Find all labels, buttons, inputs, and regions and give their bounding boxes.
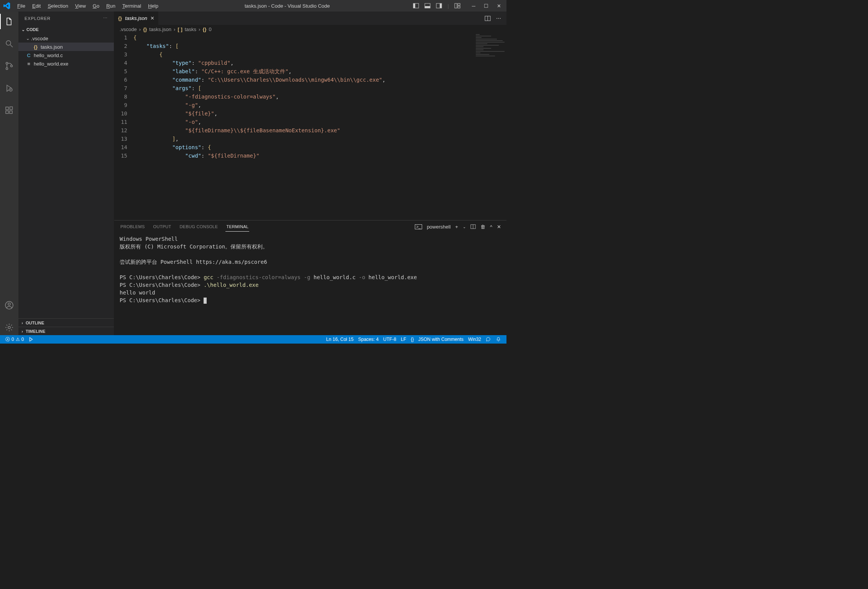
svg-point-12 xyxy=(6,68,8,70)
svg-point-21 xyxy=(8,326,10,329)
svg-rect-7 xyxy=(458,3,460,5)
tab-output[interactable]: OUTPUT xyxy=(153,222,172,231)
status-os[interactable]: Win32 xyxy=(466,337,483,342)
panel-left-icon[interactable] xyxy=(413,3,419,9)
terminal-shell-icon[interactable]: >_ xyxy=(415,224,422,229)
status-lang[interactable]: {} JSON with Comments xyxy=(409,337,466,342)
timeline-section[interactable]: ›TIMELINE xyxy=(18,327,114,335)
c-file-icon: C xyxy=(25,53,32,58)
chevron-down-icon: ⌄ xyxy=(25,36,30,41)
outline-label: OUTLINE xyxy=(26,321,44,325)
svg-rect-17 xyxy=(10,111,12,114)
json-file-icon: {} xyxy=(118,15,122,21)
more-icon[interactable]: ⋯ xyxy=(103,16,108,21)
explorer-sidebar: EXPLORER ⋯ ⌄ CODE ⌄ .vscode {} tasks.jso… xyxy=(18,12,114,335)
status-encoding[interactable]: UTF-8 xyxy=(381,337,399,342)
split-editor-icon[interactable] xyxy=(485,15,491,21)
menu-file[interactable]: File xyxy=(14,2,28,10)
menu-run[interactable]: Run xyxy=(103,2,118,10)
more-icon[interactable]: ⋯ xyxy=(496,15,501,21)
menu-terminal[interactable]: Terminal xyxy=(119,2,144,10)
file-hello-exe[interactable]: ≡ hello_world.exe xyxy=(18,59,114,68)
status-bell-icon[interactable] xyxy=(493,337,503,342)
svg-rect-8 xyxy=(458,6,460,8)
status-lncol[interactable]: Ln 16, Col 15 xyxy=(324,337,356,342)
split-terminal-icon[interactable] xyxy=(470,224,476,229)
binary-file-icon: ≡ xyxy=(25,61,32,67)
folder-root[interactable]: ⌄ CODE xyxy=(18,25,114,34)
activity-bar xyxy=(0,12,18,335)
close-panel-icon[interactable]: ✕ xyxy=(497,224,501,230)
svg-line-10 xyxy=(10,45,13,47)
status-bar: ⓧ0 ⚠0 Ln 16, Col 15 Spaces: 4 UTF-8 LF {… xyxy=(0,335,506,344)
menu-edit[interactable]: Edit xyxy=(29,2,44,10)
search-icon[interactable] xyxy=(0,36,18,51)
status-spaces[interactable]: Spaces: 4 xyxy=(356,337,381,342)
tab-label: tasks.json xyxy=(125,15,147,21)
terminal-dropdown-icon[interactable]: ⌄ xyxy=(463,225,466,229)
status-errors[interactable]: ⓧ0 ⚠0 xyxy=(3,336,26,343)
file-label: hello_world.c xyxy=(34,53,63,58)
menu-selection[interactable]: Selection xyxy=(44,2,71,10)
customize-layout-icon[interactable] xyxy=(454,3,460,9)
terminal-name[interactable]: powershell xyxy=(427,224,450,230)
chevron-right-icon: › xyxy=(20,329,25,334)
breadcrumb[interactable]: .vscode› {}tasks.json› [ ]tasks› {}0 xyxy=(114,25,506,33)
layout-controls[interactable]: | xyxy=(413,3,465,9)
json-file-icon: {} xyxy=(143,26,147,32)
folder-vscode[interactable]: ⌄ .vscode xyxy=(18,34,114,43)
close-icon[interactable]: ✕ xyxy=(497,3,501,9)
panel-right-icon[interactable] xyxy=(436,3,442,9)
svg-point-13 xyxy=(11,65,13,67)
new-terminal-icon[interactable]: + xyxy=(455,224,458,230)
status-feedback-icon[interactable] xyxy=(483,337,493,342)
maximize-panel-icon[interactable]: ^ xyxy=(490,224,492,230)
breadcrumb-segment[interactable]: .vscode xyxy=(120,26,137,32)
vscode-logo-icon xyxy=(0,2,13,9)
bottom-panel: PROBLEMS OUTPUT DEBUG CONSOLE TERMINAL >… xyxy=(114,220,506,335)
breadcrumb-segment[interactable]: tasks.json xyxy=(149,26,171,32)
json-file-icon: {} xyxy=(32,44,39,50)
run-debug-icon[interactable] xyxy=(0,81,18,96)
file-label: hello_world.exe xyxy=(34,61,68,67)
file-tasks-json[interactable]: {} tasks.json xyxy=(18,43,114,51)
panel-bottom-icon[interactable] xyxy=(424,3,431,9)
tab-problems[interactable]: PROBLEMS xyxy=(120,222,146,231)
kill-terminal-icon[interactable]: 🗑 xyxy=(480,224,485,230)
breadcrumb-segment[interactable]: 0 xyxy=(209,26,212,32)
svg-rect-6 xyxy=(455,3,457,8)
menu-help[interactable]: Help xyxy=(145,2,161,10)
maximize-icon[interactable]: ☐ xyxy=(484,3,488,9)
code-content[interactable]: { "tasks": [ { "type": "cppbuild", "labe… xyxy=(133,33,506,220)
terminal-cursor xyxy=(204,298,207,304)
line-numbers: 123456789101112131415 xyxy=(114,33,133,220)
status-debug[interactable] xyxy=(26,337,36,342)
source-control-icon[interactable] xyxy=(0,58,18,74)
root-label: CODE xyxy=(26,27,39,32)
accounts-icon[interactable] xyxy=(0,298,18,313)
timeline-label: TIMELINE xyxy=(26,329,45,334)
warning-icon: ⚠ xyxy=(16,337,20,342)
svg-rect-3 xyxy=(425,6,430,8)
menu-view[interactable]: View xyxy=(72,2,89,10)
svg-rect-1 xyxy=(413,3,415,8)
code-editor[interactable]: 123456789101112131415 { "tasks": [ { "ty… xyxy=(114,33,506,220)
tab-debug-console[interactable]: DEBUG CONSOLE xyxy=(179,222,219,231)
outline-section[interactable]: ›OUTLINE xyxy=(18,318,114,327)
panel-tabs: PROBLEMS OUTPUT DEBUG CONSOLE TERMINAL >… xyxy=(114,220,506,233)
tab-close-icon[interactable]: ✕ xyxy=(150,15,155,21)
minimize-icon[interactable]: ─ xyxy=(472,3,475,9)
extensions-icon[interactable] xyxy=(0,103,18,118)
terminal[interactable]: Windows PowerShell 版权所有 (C) Microsoft Co… xyxy=(114,233,506,335)
file-hello-c[interactable]: C hello_world.c xyxy=(18,51,114,59)
minimap[interactable] xyxy=(472,33,506,220)
tab-tasks-json[interactable]: {} tasks.json ✕ xyxy=(114,12,159,25)
tab-terminal[interactable]: TERMINAL xyxy=(225,222,249,232)
explorer-icon[interactable] xyxy=(0,14,18,29)
menu-go[interactable]: Go xyxy=(90,2,102,10)
file-label: tasks.json xyxy=(41,44,63,50)
status-eol[interactable]: LF xyxy=(399,337,409,342)
svg-point-11 xyxy=(6,63,8,64)
settings-gear-icon[interactable] xyxy=(0,320,18,335)
breadcrumb-segment[interactable]: tasks xyxy=(185,26,196,32)
